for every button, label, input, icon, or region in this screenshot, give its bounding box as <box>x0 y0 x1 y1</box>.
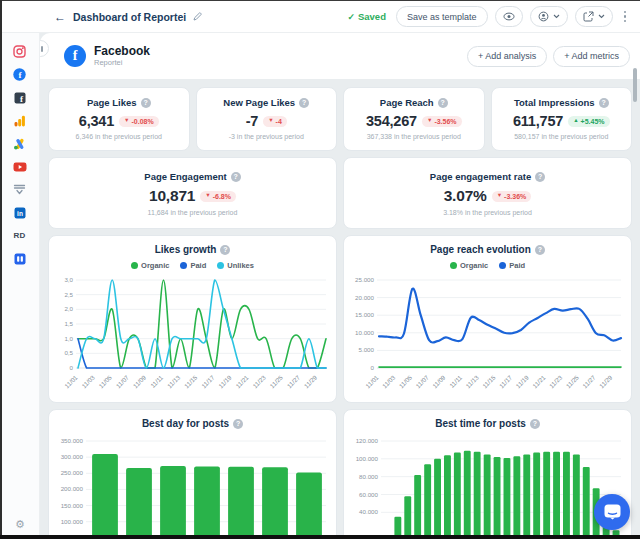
stat-value: 10,871 <box>149 187 195 205</box>
help-icon[interactable]: ? <box>233 419 243 429</box>
legend-dot-icon <box>180 262 187 269</box>
sidebar-item-facebook[interactable]: f <box>0 63 40 86</box>
help-icon[interactable]: ? <box>220 245 230 255</box>
trend-badge: ▼-3.56% <box>422 116 462 127</box>
svg-text:300.000: 300.000 <box>60 453 83 460</box>
help-icon[interactable]: ? <box>438 98 448 108</box>
export-dropdown-button[interactable] <box>575 6 613 27</box>
stat-title: New Page Likes <box>223 97 295 108</box>
stat-previous: 367,338 in the previous period <box>344 133 484 140</box>
svg-text:10.000: 10.000 <box>355 329 374 336</box>
edit-pencil-icon[interactable] <box>193 12 202 21</box>
stat-previous: 580,157 in the previous period <box>492 133 632 140</box>
help-icon[interactable]: ? <box>231 172 241 182</box>
chart-card-best-day: Best day for posts? 350.000300.000250.00… <box>48 409 337 539</box>
preview-button[interactable] <box>495 6 523 27</box>
chevron-down-icon <box>553 14 560 19</box>
svg-text:1,0: 1,0 <box>64 335 73 342</box>
svg-text:120.000: 120.000 <box>355 437 378 444</box>
stat-title: Page Reach <box>380 97 434 108</box>
svg-text:11/23: 11/23 <box>547 373 563 389</box>
sidebar-item-google-ads[interactable] <box>0 132 40 155</box>
help-icon[interactable]: ? <box>530 419 540 429</box>
svg-text:11/19: 11/19 <box>217 373 233 389</box>
stat-previous: 11,684 in the previous period <box>49 209 336 216</box>
sidebar-item-google-analytics[interactable] <box>0 109 40 132</box>
save-as-template-button[interactable]: Save as template <box>396 6 488 27</box>
trend-badge: ▼-6.8% <box>200 191 236 202</box>
back-arrow-icon[interactable]: ← <box>54 11 66 23</box>
stat-card-page-engagement: Page Engagement? 10,871▼-6.8% 11,684 in … <box>48 157 337 229</box>
svg-text:40.000: 40.000 <box>359 508 378 515</box>
svg-text:5.000: 5.000 <box>358 346 374 353</box>
legend-item-paid[interactable]: Paid <box>180 261 206 270</box>
trend-down-icon: ▼ <box>205 193 210 199</box>
sidebar-item-rd-station[interactable]: RD <box>0 224 40 247</box>
platform-sidebar: f f in RD ⚙ <box>0 33 40 539</box>
svg-text:11/09: 11/09 <box>131 373 147 389</box>
sidebar-item-app[interactable] <box>0 247 40 270</box>
svg-text:100.000: 100.000 <box>60 518 83 525</box>
theme-dropdown-button[interactable] <box>530 6 568 27</box>
legend-item-unlikes[interactable]: Unlikes <box>217 261 254 270</box>
add-analysis-button[interactable]: + Add analysis <box>467 46 547 67</box>
svg-text:350.000: 350.000 <box>60 437 83 444</box>
svg-text:0,5: 0,5 <box>64 349 73 356</box>
help-icon[interactable]: ? <box>299 98 309 108</box>
svg-text:15.000: 15.000 <box>355 311 374 318</box>
svg-text:11/03: 11/03 <box>380 373 396 389</box>
add-metrics-button[interactable]: + Add metrics <box>553 46 630 67</box>
svg-text:11/21: 11/21 <box>234 373 250 389</box>
stat-title: Page engagement rate <box>430 171 531 182</box>
instagram-icon <box>13 45 26 58</box>
window-frame-bottom <box>0 535 640 539</box>
legend-item-paid[interactable]: Paid <box>499 261 525 270</box>
trend-badge: ▲+5.45% <box>568 116 609 127</box>
stat-card-page-engagement-rate: Page engagement rate? 3.07%▼-3.36% 3.18%… <box>343 157 632 229</box>
legend-item-organic[interactable]: Organic <box>450 261 488 270</box>
legend-dot-icon <box>131 262 138 269</box>
svg-text:11/25: 11/25 <box>564 373 580 389</box>
export-icon <box>583 11 594 22</box>
help-icon[interactable]: ? <box>535 172 545 182</box>
svg-text:3,0: 3,0 <box>64 276 73 283</box>
help-icon[interactable]: ? <box>535 245 545 255</box>
sidebar-item-facebook-page[interactable]: f <box>0 86 40 109</box>
sidebar-item-instagram[interactable] <box>0 40 40 63</box>
svg-text:150.000: 150.000 <box>60 502 83 509</box>
stat-card-total-impressions: Total Impressions? 611,757▲+5.45% 580,15… <box>491 87 633 151</box>
kebab-menu-icon[interactable] <box>620 9 631 25</box>
platform-header: f Facebook Reportei + Add analysis + Add… <box>40 33 640 79</box>
svg-text:11/29: 11/29 <box>597 373 613 389</box>
vertical-scrollbar[interactable] <box>633 68 637 102</box>
svg-text:11/13: 11/13 <box>464 373 480 389</box>
svg-text:11/11: 11/11 <box>148 373 164 389</box>
check-icon: ✓ <box>347 12 355 22</box>
page-reach-evolution-chart: 05.00010.00015.00020.00025.00011/0111/03… <box>347 272 629 398</box>
platform-title: Facebook <box>94 45 150 59</box>
youtube-icon <box>13 162 27 172</box>
help-icon[interactable]: ? <box>141 98 151 108</box>
collapse-toggle-button[interactable] <box>40 40 49 57</box>
help-icon[interactable]: ? <box>599 98 609 108</box>
window-frame-left <box>0 0 2 539</box>
chat-widget-button[interactable] <box>594 494 630 530</box>
sidebar-item-youtube[interactable] <box>0 155 40 178</box>
chart-title: Page reach evolution <box>430 244 531 255</box>
svg-text:2,5: 2,5 <box>64 291 73 298</box>
blue-app-icon <box>14 253 26 265</box>
stat-previous: 6,346 in the previous period <box>49 133 189 140</box>
svg-text:80.000: 80.000 <box>359 473 378 480</box>
gear-icon[interactable]: ⚙ <box>0 518 40 531</box>
stat-card-page-reach: Page Reach? 354,267▼-3.56% 367,338 in th… <box>343 87 485 151</box>
legend-item-organic[interactable]: Organic <box>131 261 169 270</box>
svg-text:25.000: 25.000 <box>355 276 374 283</box>
svg-text:11/03: 11/03 <box>80 373 96 389</box>
sidebar-item-tv[interactable] <box>0 178 40 201</box>
chart-title: Likes growth <box>155 244 217 255</box>
sidebar-item-linkedin[interactable]: in <box>0 201 40 224</box>
svg-text:11/21: 11/21 <box>531 373 547 389</box>
svg-text:11/01: 11/01 <box>63 373 79 389</box>
stat-title: Page Likes <box>87 97 137 108</box>
chart-legend: OrganicPaidUnlikes <box>49 261 336 270</box>
